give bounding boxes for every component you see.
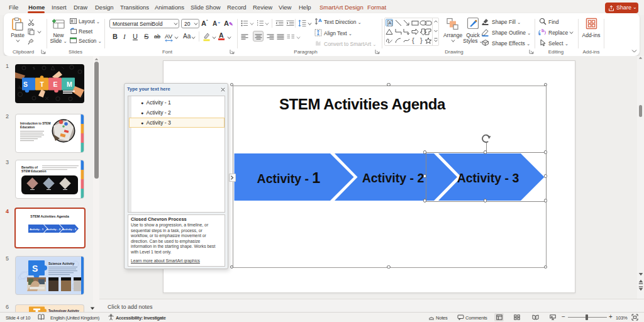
svg-text:Activity - 3: Activity - 3 <box>62 228 76 231</box>
svg-text:A: A <box>318 18 322 23</box>
svg-text:b: b <box>541 28 544 33</box>
svg-text:E: E <box>53 80 58 88</box>
svg-text:S: S <box>32 264 38 274</box>
svg-text:Introduction to STEM: Introduction to STEM <box>20 122 51 125</box>
svg-text:Education: Education <box>20 126 35 129</box>
svg-text:S: S <box>23 80 28 88</box>
svg-text:STEM Activities Agenda: STEM Activities Agenda <box>30 214 69 218</box>
svg-text:Science Activity: Science Activity <box>48 262 74 265</box>
svg-text:M: M <box>67 80 72 88</box>
svg-text:T: T <box>40 80 45 88</box>
svg-text:Activity - 1: Activity - 1 <box>29 228 43 231</box>
svg-text:Activity - 2: Activity - 2 <box>46 228 60 231</box>
